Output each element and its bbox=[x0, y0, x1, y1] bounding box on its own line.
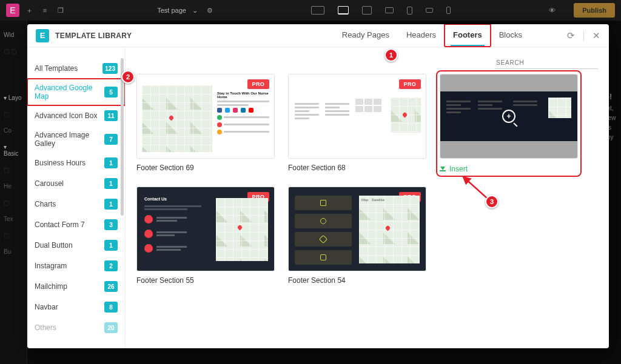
category-contact-form-7[interactable]: Contact Form 7 3 bbox=[27, 214, 125, 235]
template-card[interactable]: PRO bbox=[288, 74, 426, 173]
category-label: Contact Form 7 bbox=[35, 220, 85, 229]
category-count-badge: 1 bbox=[104, 240, 118, 251]
magnify-icon: + bbox=[502, 110, 515, 123]
panel-section: Wid bbox=[0, 27, 27, 43]
template-thumbnail[interactable]: PRO bbox=[288, 74, 426, 159]
panel-section: ▢ bbox=[0, 162, 27, 178]
category-charts[interactable]: Charts 1 bbox=[27, 194, 125, 214]
device-desktop-icon[interactable] bbox=[338, 6, 349, 15]
category-label: Navbar bbox=[35, 303, 58, 311]
page-title[interactable]: Test page bbox=[157, 7, 186, 14]
category-count-badge: 11 bbox=[104, 110, 118, 121]
panel-section: He bbox=[0, 178, 27, 194]
panel-section: ▢ bbox=[0, 106, 27, 122]
category-advanced-icon-box[interactable]: Advanced Icon Box 11 bbox=[27, 105, 125, 126]
device-tablet-landscape-icon[interactable] bbox=[385, 7, 394, 13]
template-library-modal: E TEMPLATE LIBRARY Ready Pages Headers F… bbox=[27, 24, 609, 348]
panel-section: ▾ Basic bbox=[0, 139, 27, 162]
category-count-badge: 5 bbox=[104, 87, 118, 98]
category-label: Mailchimp bbox=[35, 282, 67, 291]
gear-icon[interactable]: ⚙ bbox=[204, 7, 216, 15]
annotation-1: 1 bbox=[384, 48, 398, 62]
category-business-hours[interactable]: Business Hours 1 bbox=[27, 153, 125, 173]
category-label: All Templates bbox=[35, 64, 78, 73]
category-instagram[interactable]: Instagram 2 bbox=[27, 256, 125, 276]
template-card-featured[interactable]: PRO bbox=[440, 74, 578, 173]
library-logo-icon: E bbox=[36, 29, 49, 42]
template-caption: Footer Section 54 bbox=[288, 276, 426, 285]
category-count-badge: 26 bbox=[104, 281, 118, 292]
publish-button[interactable]: Publish bbox=[574, 3, 615, 18]
panel-section: Co bbox=[0, 122, 27, 139]
annotation-3: 3 bbox=[485, 195, 498, 208]
insert-label: Insert bbox=[449, 165, 468, 173]
editor-left-panel: Wid ▢ ▢ ▾ Layo ▢ Co ▾ Basic ▢ He ▢ Tex ▢… bbox=[0, 21, 27, 364]
annotation-2: 2 bbox=[121, 70, 135, 84]
layers-icon[interactable]: ❒ bbox=[55, 7, 67, 15]
settings-sliders-icon[interactable]: ≡ bbox=[39, 7, 51, 14]
category-dual-button[interactable]: Dual Button 1 bbox=[27, 235, 125, 256]
category-label: Instagram bbox=[35, 262, 67, 270]
pro-badge: PRO bbox=[399, 79, 421, 89]
category-label: Business Hours bbox=[35, 159, 86, 167]
category-others[interactable]: Others 20 bbox=[27, 317, 125, 338]
header-tabs: Ready Pages Headers Footers Blocks bbox=[334, 24, 531, 47]
chevron-down-icon[interactable]: ⌄ bbox=[192, 7, 198, 15]
sync-icon[interactable]: ⟳ bbox=[567, 30, 575, 41]
panel-section: Bu bbox=[0, 243, 27, 260]
template-thumbnail[interactable]: PRO Map Satellite bbox=[288, 187, 426, 271]
search-input[interactable] bbox=[495, 57, 598, 69]
category-label: Carousel bbox=[35, 179, 64, 188]
category-advanced-image-gallery[interactable]: Advanced Image Galley 7 bbox=[27, 126, 125, 153]
category-label: Advanced Image Galley bbox=[35, 131, 104, 148]
insert-button[interactable]: Insert bbox=[440, 165, 578, 173]
category-count-badge: 1 bbox=[104, 178, 118, 189]
category-all-templates[interactable]: All Templates 123 bbox=[27, 58, 125, 79]
category-count-badge: 3 bbox=[104, 219, 118, 230]
template-thumbnail[interactable]: PRO Stay in Touch With Our Nurse Home bbox=[136, 74, 275, 159]
tab-footers[interactable]: Footers bbox=[445, 24, 491, 47]
template-thumbnail[interactable]: PRO Contact Us bbox=[136, 187, 275, 271]
device-tablet-icon[interactable] bbox=[407, 7, 412, 15]
category-count-badge: 7 bbox=[104, 134, 118, 145]
device-widescreen-icon[interactable] bbox=[311, 6, 324, 15]
category-label: Advanced Icon Box bbox=[35, 111, 97, 120]
panel-section: Tex bbox=[0, 211, 27, 227]
template-caption: Footer Section 55 bbox=[136, 276, 275, 285]
panel-section: ▢ ▢ bbox=[0, 43, 27, 59]
panel-section: ▢ bbox=[0, 194, 27, 211]
category-navbar[interactable]: Navbar 8 bbox=[27, 297, 125, 317]
category-carousel[interactable]: Carousel 1 bbox=[27, 173, 125, 194]
template-thumbnail[interactable]: PRO bbox=[440, 74, 578, 159]
template-caption: Footer Section 69 bbox=[136, 164, 275, 172]
template-card[interactable]: PRO Map Satellite Footer Section 54 bbox=[288, 187, 426, 285]
category-count-badge: 2 bbox=[104, 260, 118, 271]
category-sidebar: All Templates 123 Advanced Google Map 5 … bbox=[27, 47, 126, 348]
device-mobile-landscape-icon[interactable] bbox=[426, 8, 433, 13]
device-laptop-icon[interactable] bbox=[362, 6, 372, 15]
template-card[interactable]: PRO Stay in Touch With Our Nurse Home bbox=[136, 74, 275, 173]
category-count-badge: 20 bbox=[104, 322, 118, 333]
plus-icon[interactable]: ＋ bbox=[23, 6, 35, 15]
category-mailchimp[interactable]: Mailchimp 26 bbox=[27, 276, 125, 297]
eye-icon[interactable]: 👁 bbox=[546, 7, 558, 14]
device-mobile-icon[interactable] bbox=[446, 7, 451, 14]
category-advanced-google-map[interactable]: Advanced Google Map 5 bbox=[27, 79, 125, 105]
divider bbox=[583, 30, 584, 41]
template-card[interactable]: PRO Contact Us bbox=[136, 187, 275, 285]
download-icon bbox=[440, 167, 446, 171]
tab-blocks[interactable]: Blocks bbox=[491, 24, 531, 47]
category-count-badge: 123 bbox=[102, 63, 118, 74]
template-caption: Footer Section 68 bbox=[288, 164, 426, 172]
editor-topbar: E ＋ ≡ ❒ Test page ⌄ ⚙ 👁 Publish bbox=[0, 0, 621, 21]
modal-title: TEMPLATE LIBRARY bbox=[55, 31, 132, 40]
close-icon[interactable]: ✕ bbox=[592, 30, 600, 41]
category-label: Charts bbox=[35, 200, 56, 208]
panel-section: ▢ bbox=[0, 227, 27, 243]
category-label: Advanced Google Map bbox=[35, 84, 104, 101]
tab-ready-pages[interactable]: Ready Pages bbox=[334, 24, 398, 47]
category-count-badge: 1 bbox=[104, 199, 118, 210]
tab-headers[interactable]: Headers bbox=[398, 24, 445, 47]
category-label: Others bbox=[35, 323, 56, 332]
elementor-logo-icon: E bbox=[6, 4, 19, 17]
